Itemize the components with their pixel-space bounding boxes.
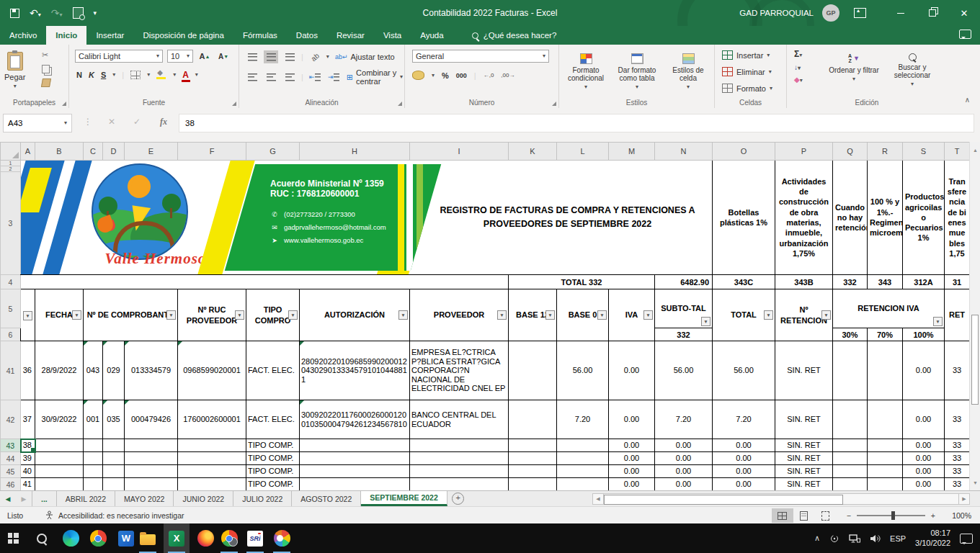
column-header-A[interactable]: A [21, 143, 35, 161]
cell[interactable]: 33 [945, 478, 970, 491]
cell[interactable] [178, 478, 246, 491]
cell[interactable]: 0.00 [609, 439, 655, 452]
cell[interactable]: 029 [103, 341, 125, 400]
insert-function-icon[interactable]: fx [160, 117, 167, 127]
cell[interactable] [509, 478, 557, 491]
cell[interactable]: 0.00 [655, 439, 713, 452]
column-header-H[interactable]: H [300, 143, 410, 161]
cell[interactable]: 0968599020001 [178, 341, 246, 400]
cell[interactable] [300, 452, 410, 465]
restore-button[interactable] [917, 0, 948, 26]
name-box[interactable]: A43▾ [3, 114, 72, 132]
cell[interactable] [103, 452, 125, 465]
cell[interactable] [178, 275, 246, 289]
cell[interactable] [557, 465, 609, 478]
account-name[interactable]: GAD PARROQUIAL [739, 9, 814, 17]
row-header[interactable]: 4 [1, 275, 21, 289]
cell[interactable]: 0.00 [713, 439, 775, 452]
cell[interactable] [84, 478, 103, 491]
tell-me-search[interactable]: ¿Qué desea hacer? [472, 26, 557, 45]
minimize-button[interactable] [885, 0, 917, 26]
cell[interactable]: 001 [84, 400, 103, 439]
cell[interactable] [125, 478, 178, 491]
column-header-R[interactable]: R [868, 143, 903, 161]
taskbar-sri[interactable]: SRi [242, 523, 268, 553]
decrease-indent-icon[interactable]: ⇤ [308, 71, 322, 84]
borders-icon[interactable] [130, 71, 141, 79]
orientation-icon[interactable]: ab [305, 48, 324, 67]
cell-total-value[interactable]: 6482.90 [655, 275, 713, 289]
filter-button[interactable]: ▼ [545, 310, 555, 320]
column-header-N[interactable]: N [655, 143, 713, 161]
cell[interactable] [833, 400, 868, 439]
align-left-icon[interactable] [245, 71, 259, 84]
cell[interactable] [103, 439, 125, 452]
increase-indent-icon[interactable]: ⇥ [326, 71, 341, 84]
scroll-right-icon[interactable]: ▶ [958, 493, 970, 505]
cell[interactable]: 0.00 [903, 465, 945, 478]
cell-ret-code[interactable]: 343B [775, 275, 833, 289]
filter-button[interactable]: ▼ [933, 317, 943, 326]
cell[interactable]: 0.00 [609, 341, 655, 400]
cell-ret-code[interactable]: 312A [903, 275, 945, 289]
filter-button[interactable]: ▼ [72, 310, 81, 320]
cell[interactable] [868, 452, 903, 465]
cell[interactable] [410, 439, 509, 452]
customize-qat-icon[interactable]: ▾ [94, 10, 97, 17]
cell[interactable]: EMPRESA EL?CTRICA P?BLICA ESTRAT?GICA CO… [410, 341, 509, 400]
cell[interactable] [868, 478, 903, 491]
header-base12[interactable]: BASE 12▼ [509, 289, 557, 341]
cell[interactable] [410, 275, 509, 289]
cut-icon[interactable]: ✂ [42, 50, 50, 60]
cell[interactable] [125, 439, 178, 452]
font-size-select[interactable]: 10▾ [167, 50, 193, 63]
header-autorizacion[interactable]: AUTORIZACIÓN▼ [300, 289, 410, 341]
sheet-tab-overflow[interactable]: ... [32, 491, 57, 506]
view-normal-button[interactable] [772, 508, 793, 523]
header-tipo[interactable]: TIPO COMPRO▼ [246, 289, 300, 341]
cell-ret-header[interactable]: Botellas plásticas 1% [713, 161, 775, 275]
filter-button[interactable]: ▼ [643, 310, 653, 320]
header-total[interactable]: TOTAL▼ [713, 289, 775, 341]
cell-p100[interactable]: 100% [903, 328, 945, 341]
view-page-break-button[interactable] [815, 508, 837, 523]
cell[interactable] [509, 439, 557, 452]
formula-input[interactable]: 38 [179, 114, 974, 132]
column-header-O[interactable]: O [713, 143, 775, 161]
increase-decimal-icon[interactable]: ←,0 [484, 72, 494, 78]
cell[interactable]: 035 [103, 400, 125, 439]
cell[interactable] [509, 465, 557, 478]
taskbar-chrome[interactable] [85, 523, 111, 553]
cell-ret-header[interactable]: Cuando no hay retención [833, 161, 868, 275]
cell[interactable]: 0.00 [609, 400, 655, 439]
cell[interactable] [103, 465, 125, 478]
cell[interactable] [35, 478, 84, 491]
tab-datos[interactable]: Datos [287, 26, 327, 45]
header-ruc[interactable]: Nº RUC PROVEEDOR▼ [178, 289, 246, 341]
taskbar-clock[interactable]: 08:17 3/10/2022 [915, 529, 950, 549]
tab-archivo[interactable]: Archivo [0, 26, 46, 45]
row-header[interactable]: 45 [1, 465, 21, 478]
cancel-entry-icon[interactable]: ✕ [108, 117, 115, 127]
cell[interactable] [833, 478, 868, 491]
clipboard-dialog-launcher[interactable] [62, 102, 66, 106]
new-sheet-button[interactable]: + [447, 491, 469, 506]
header-retencion-iva[interactable]: RETENCION IVA▼ [833, 289, 945, 328]
cell[interactable] [35, 439, 84, 452]
cell[interactable]: 33 [945, 400, 970, 439]
cell[interactable]: FACT. ELEC. [246, 341, 300, 400]
filter-button[interactable]: ▼ [597, 310, 607, 320]
comma-style-button[interactable]: 000 [456, 72, 467, 79]
tab-formulas[interactable]: Fórmulas [233, 26, 287, 45]
cell[interactable] [103, 478, 125, 491]
cell[interactable]: 40 [21, 465, 35, 478]
underline-button[interactable]: S [101, 71, 106, 79]
redo-icon[interactable]: ↷▾ [51, 8, 63, 18]
cell[interactable]: 0.00 [655, 465, 713, 478]
cell[interactable]: SIN. RET [775, 439, 833, 452]
cell[interactable]: 0.00 [903, 478, 945, 491]
cell[interactable]: 0.00 [655, 478, 713, 491]
cell[interactable]: 41 [21, 478, 35, 491]
merge-center-button[interactable]: ⊞Combinar y centrar▾ [345, 71, 404, 84]
cell[interactable] [300, 465, 410, 478]
